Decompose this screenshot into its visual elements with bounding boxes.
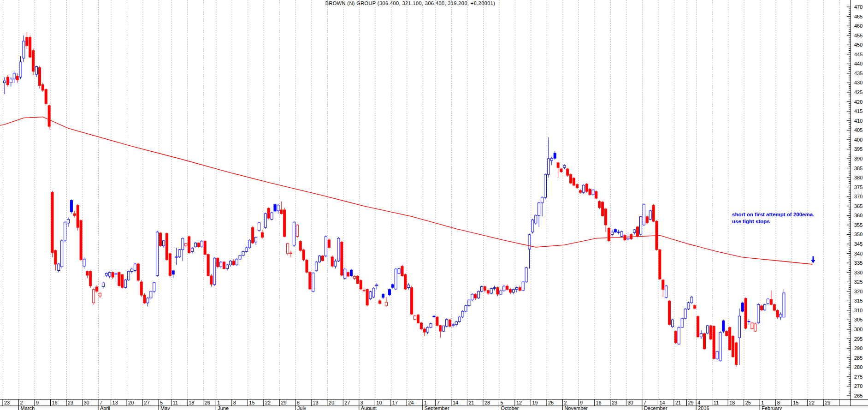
- candle-body: [264, 214, 266, 227]
- candle: [779, 312, 782, 320]
- week-label: 9: [580, 400, 583, 405]
- candle-body: [77, 205, 79, 227]
- price-label: 270: [854, 383, 862, 389]
- candle: [264, 213, 266, 229]
- candle: [503, 285, 505, 291]
- candle-body: [598, 202, 601, 208]
- candle: [493, 285, 496, 290]
- price-chart-canvas[interactable]: 4704654604554504454404354304254204154104…: [0, 0, 868, 410]
- candle: [398, 267, 400, 274]
- candle-body: [589, 189, 591, 195]
- price-label: 285: [854, 355, 862, 361]
- price-label: 405: [854, 127, 862, 133]
- candle-body: [236, 259, 238, 265]
- candle: [709, 325, 712, 340]
- candle: [83, 257, 85, 269]
- candle: [236, 258, 238, 266]
- candle: [185, 243, 187, 247]
- candle-body: [735, 343, 738, 364]
- candle: [306, 259, 308, 273]
- candle-body: [360, 280, 362, 289]
- candle-body: [709, 326, 712, 339]
- candle-body: [191, 248, 194, 251]
- price-label: 290: [854, 345, 862, 351]
- candle: [417, 314, 419, 324]
- candle: [662, 279, 664, 297]
- week-label: 3: [360, 400, 363, 405]
- candle: [77, 204, 79, 231]
- candle-body: [96, 287, 98, 291]
- candle-body: [61, 241, 63, 267]
- week-label: 25: [745, 400, 751, 405]
- candle: [436, 316, 438, 327]
- candle-body: [465, 306, 467, 311]
- candle: [535, 214, 537, 225]
- candle-body: [624, 235, 626, 240]
- candle-body: [290, 253, 292, 253]
- candle: [331, 256, 333, 268]
- price-label: 310: [854, 308, 862, 313]
- candle-body: [195, 243, 197, 247]
- candle-body: [493, 288, 496, 289]
- candle: [474, 293, 477, 300]
- candle-body: [452, 325, 454, 326]
- candle: [102, 282, 104, 288]
- price-label: 365: [854, 203, 862, 209]
- week-label: 10: [376, 400, 382, 405]
- candle: [277, 204, 279, 214]
- candle: [143, 293, 146, 304]
- arrow-head: [811, 260, 815, 263]
- candle-body: [627, 238, 629, 239]
- candle: [188, 236, 190, 254]
- week-label: 20: [329, 400, 334, 405]
- candle: [624, 234, 626, 241]
- price-label: 345: [854, 241, 862, 247]
- candle: [204, 240, 206, 256]
- candle-body: [80, 220, 82, 260]
- candle: [767, 298, 769, 304]
- week-label: 26: [205, 400, 210, 405]
- candle-body: [741, 303, 744, 311]
- candle-body: [478, 291, 480, 298]
- candle: [296, 224, 298, 238]
- price-axis[interactable]: [847, 0, 850, 406]
- candle: [319, 255, 321, 263]
- candle: [64, 221, 66, 242]
- candle-body: [531, 220, 534, 232]
- candle-body: [363, 291, 365, 291]
- candle: [573, 177, 575, 186]
- candle-body: [592, 190, 594, 195]
- price-label: 390: [854, 156, 862, 161]
- week-label: 11: [714, 400, 719, 405]
- candle-body: [296, 225, 298, 237]
- candle: [401, 265, 403, 276]
- candle: [67, 217, 70, 227]
- candle-body: [605, 209, 607, 225]
- candle: [96, 285, 98, 293]
- candle: [108, 272, 111, 278]
- candle: [267, 208, 270, 220]
- candle-body: [112, 273, 114, 277]
- candle-body: [115, 273, 117, 274]
- candle-body: [118, 273, 120, 286]
- candle: [478, 291, 480, 299]
- candle-body: [175, 257, 177, 257]
- candle-body: [156, 232, 159, 276]
- candle: [484, 285, 486, 292]
- candle: [633, 229, 636, 234]
- price-label: 430: [854, 80, 862, 85]
- candle: [207, 254, 209, 276]
- candle-body: [500, 291, 502, 294]
- candle-body: [550, 158, 553, 160]
- candle-body: [528, 235, 531, 249]
- week-label: 27: [344, 400, 350, 405]
- candle: [700, 330, 703, 339]
- candle: [248, 239, 251, 249]
- candle-body: [668, 301, 671, 324]
- candle: [201, 240, 203, 248]
- candle: [446, 318, 448, 327]
- candle-body: [411, 288, 413, 315]
- candle: [729, 327, 731, 351]
- candle: [322, 255, 324, 261]
- candle-body: [544, 174, 547, 197]
